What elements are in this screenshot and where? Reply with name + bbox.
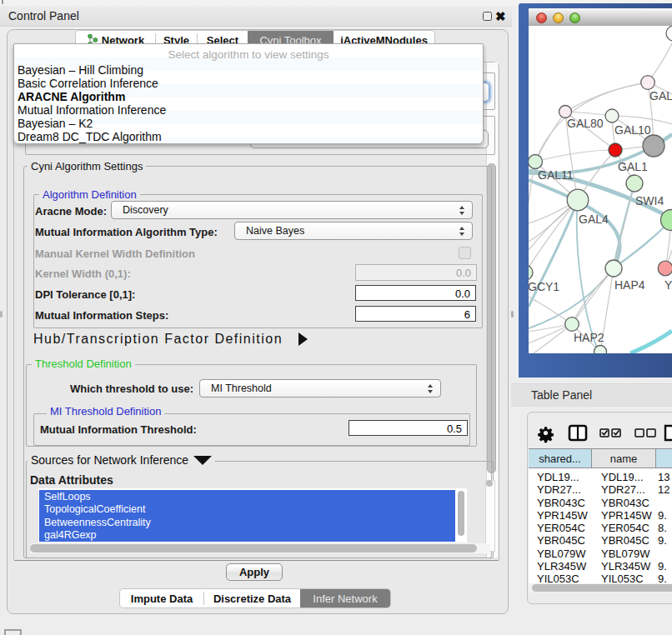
- svg-text:GAL8: GAL8: [649, 89, 672, 102]
- svg-text:GAL80: GAL80: [567, 117, 604, 130]
- svg-text:GAL11: GAL11: [538, 168, 574, 182]
- svg-text:YD: YD: [664, 278, 672, 292]
- svg-text:GCY1: GCY1: [529, 280, 559, 293]
- svg-text:GAL4: GAL4: [579, 212, 609, 226]
- svg-text:GAL10: GAL10: [614, 123, 651, 137]
- svg-text:HAP4: HAP4: [614, 278, 645, 292]
- svg-text:SWI4: SWI4: [635, 194, 664, 208]
- svg-text:GAL1: GAL1: [618, 160, 648, 173]
- svg-text:HAP2: HAP2: [574, 331, 604, 344]
